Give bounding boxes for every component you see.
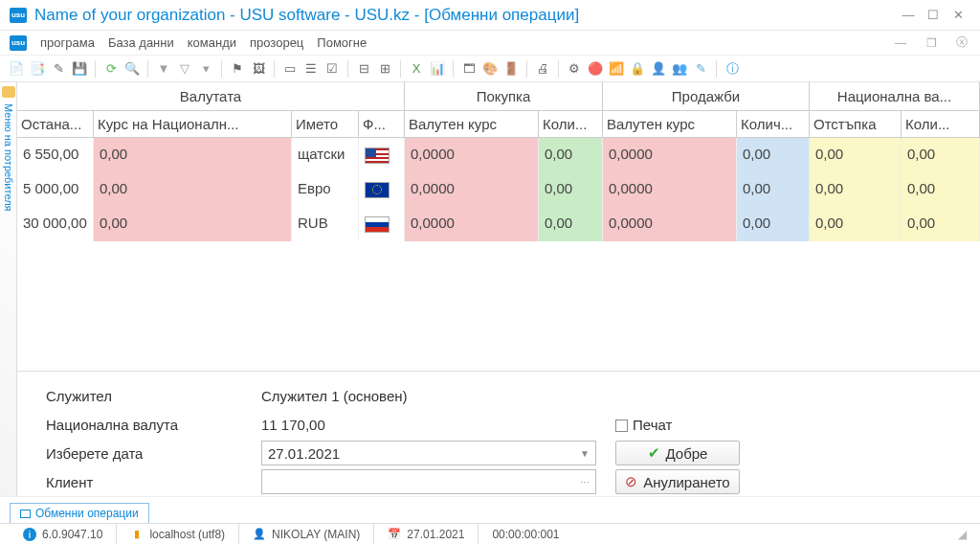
menu-commands[interactable]: команди xyxy=(188,35,236,50)
cancel-icon: ⊘ xyxy=(625,473,637,490)
cell: 0,00 xyxy=(94,207,292,241)
chevron-down-icon: ▼ xyxy=(580,448,590,459)
side-tab[interactable]: Меню на потребителя xyxy=(0,82,17,496)
menu-program[interactable]: програма xyxy=(40,35,95,50)
data-grid: Валутата Покупка Продажби Национална ва.… xyxy=(17,82,980,496)
statusbar: i6.0.9047.10 ▮localhost (utf8) 👤NIKOLAY … xyxy=(0,523,980,544)
group-national[interactable]: Национална ва... xyxy=(810,82,980,110)
exit-icon[interactable]: 🚪 xyxy=(502,60,520,78)
cell: 0,00 xyxy=(539,172,603,207)
check-icon[interactable]: ☑ xyxy=(323,60,341,78)
cell: Евро xyxy=(292,172,359,207)
table-row[interactable]: 6 550,000,00щатски0,00000,000,00000,000,… xyxy=(17,138,980,172)
ellipsis-icon: ⋯ xyxy=(580,477,590,487)
print-icon[interactable]: 🖨 xyxy=(534,60,551,78)
cell: 0,00 xyxy=(810,207,902,241)
cell: щатски xyxy=(292,138,359,172)
tab-exchange[interactable]: Обменни операции xyxy=(10,503,149,523)
col-discount[interactable]: Отстъпка xyxy=(810,111,902,137)
print-checkbox[interactable]: Печат xyxy=(615,417,672,433)
status-user: NIKOLAY (MAIN) xyxy=(272,528,360,541)
menu-database[interactable]: База данни xyxy=(108,35,174,50)
grid-column-header: Остана... Курс на Националн... Името Ф..… xyxy=(17,111,980,138)
col-flag[interactable]: Ф... xyxy=(359,111,405,137)
minimize-button[interactable]: — xyxy=(896,8,921,22)
cell: 0,00 xyxy=(737,207,810,241)
col-remain[interactable]: Остана... xyxy=(17,111,94,137)
list-icon[interactable]: ☰ xyxy=(302,60,320,78)
us-flag-icon xyxy=(365,147,390,164)
status-time: 00:00:00:001 xyxy=(492,528,559,541)
user-icon[interactable]: 👤 xyxy=(650,60,667,78)
image-icon[interactable]: 🖼 xyxy=(250,60,267,78)
users-icon[interactable]: 👥 xyxy=(671,60,688,78)
rss-icon[interactable]: 📶 xyxy=(608,60,625,78)
expand-icon[interactable]: ⊞ xyxy=(376,60,393,78)
grid-group-header: Валутата Покупка Продажби Национална ва.… xyxy=(17,82,980,111)
tab-icon xyxy=(20,510,31,518)
tool-icon[interactable]: ✎ xyxy=(692,60,709,78)
edit-icon[interactable]: ✎ xyxy=(50,60,67,78)
ok-button[interactable]: ✔Добре xyxy=(615,441,740,465)
info-icon[interactable]: ⓘ xyxy=(724,60,741,78)
mdi-restore-button[interactable]: ❐ xyxy=(923,36,940,50)
cell: 0,0000 xyxy=(603,207,737,241)
refresh-icon[interactable]: ⟳ xyxy=(102,60,120,78)
col-sellrate[interactable]: Валутен курс xyxy=(603,111,737,137)
save-icon[interactable]: 💾 xyxy=(71,60,88,78)
menu-help[interactable]: Помогне xyxy=(317,35,367,50)
col-name[interactable]: Името xyxy=(292,111,359,137)
client-select[interactable]: ⋯ xyxy=(261,469,596,494)
cell: 0,0000 xyxy=(405,138,539,172)
cell: 0,00 xyxy=(902,138,980,172)
maximize-button[interactable]: ☐ xyxy=(921,8,946,22)
cell: 0,00 xyxy=(810,138,902,172)
search-icon[interactable]: 🔍 xyxy=(123,60,141,78)
ru-flag-icon xyxy=(365,216,390,233)
info-icon: i xyxy=(23,528,36,541)
flag-icon[interactable]: ⚑ xyxy=(229,60,246,78)
filter-clear-icon[interactable]: ▽ xyxy=(176,60,193,78)
copy-icon[interactable]: 📑 xyxy=(29,60,46,78)
gear-icon[interactable]: ⚙ xyxy=(566,60,583,78)
date-select[interactable]: 27.01.2021▼ xyxy=(261,441,596,465)
col-buyrate[interactable]: Валутен курс xyxy=(405,111,539,137)
group-sell[interactable]: Продажби xyxy=(603,82,810,110)
lock-icon[interactable]: 🔒 xyxy=(629,60,646,78)
cell: 0,00 xyxy=(94,138,292,172)
resize-grip[interactable]: ◢ xyxy=(958,528,970,541)
client-label: Клиент xyxy=(46,474,261,490)
menu-window[interactable]: прозорец xyxy=(250,35,303,50)
col-sellqty[interactable]: Колич... xyxy=(737,111,810,137)
cancel-button[interactable]: ⊘Анулирането xyxy=(615,469,740,494)
mdi-minimize-button[interactable]: — xyxy=(892,36,909,50)
titlebar: usu Name of your organization - USU soft… xyxy=(0,0,980,31)
export-chart-icon[interactable]: 📊 xyxy=(429,60,446,78)
col-buyqty[interactable]: Коли... xyxy=(539,111,603,137)
filter-edit-icon[interactable]: ▾ xyxy=(197,60,214,78)
cell: 0,00 xyxy=(737,172,810,207)
window-icon[interactable]: 🗔 xyxy=(460,60,478,78)
card-icon[interactable]: ▭ xyxy=(281,60,299,78)
folder-icon xyxy=(2,86,15,98)
col-natrate[interactable]: Курс на Националн... xyxy=(94,111,292,137)
new-icon[interactable]: 📄 xyxy=(8,60,25,78)
table-row[interactable]: 5 000,000,00Евро0,00000,000,00000,000,00… xyxy=(17,172,980,207)
mdi-close-button[interactable]: ⓧ xyxy=(953,34,970,51)
export-excel-icon[interactable]: X xyxy=(408,60,425,78)
palette-icon[interactable]: 🎨 xyxy=(481,60,499,78)
status-version: 6.0.9047.10 xyxy=(42,528,102,541)
form-area: Служител Служител 1 (основен) Национална… xyxy=(17,371,980,496)
print-label: Печат xyxy=(633,417,672,433)
employee-value: Служител 1 (основен) xyxy=(261,388,596,404)
close-button[interactable]: ✕ xyxy=(946,8,970,22)
col-natqty[interactable]: Коли... xyxy=(902,111,980,137)
cell: 0,0000 xyxy=(405,172,539,207)
color-icon[interactable]: 🔴 xyxy=(587,60,604,78)
group-currency[interactable]: Валутата xyxy=(17,82,405,110)
check-icon: ✔ xyxy=(648,444,660,462)
group-buy[interactable]: Покупка xyxy=(405,82,603,110)
table-row[interactable]: 30 000,000,00RUB0,00000,000,00000,000,00… xyxy=(17,207,980,241)
tree-icon[interactable]: ⊟ xyxy=(355,60,372,78)
filter-icon[interactable]: ▼ xyxy=(155,60,172,78)
